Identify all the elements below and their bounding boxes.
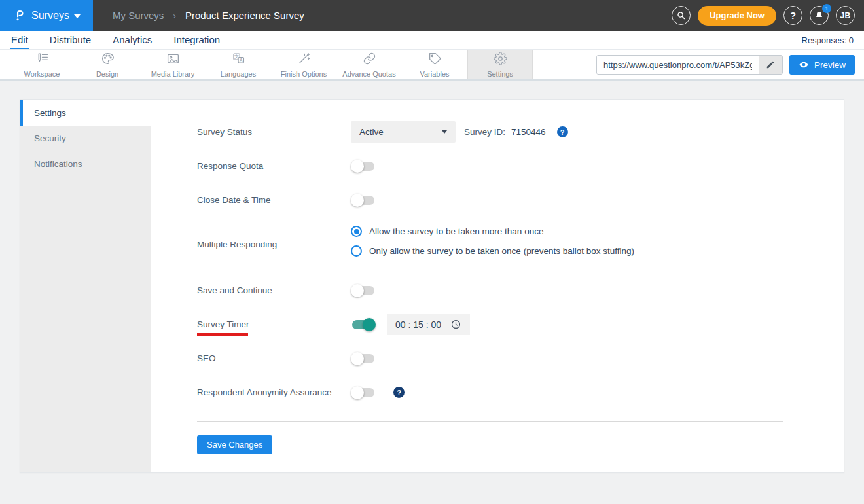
survey-id-label: Survey ID: [464,127,505,137]
survey-id-help-icon[interactable]: ? [557,126,568,137]
radio-option-once-only[interactable]: Only allow the survey to be taken once (… [351,245,634,257]
survey-status-dropdown[interactable]: Active [351,121,456,143]
upgrade-now-button[interactable]: Upgrade Now [698,6,776,26]
edit-toolbar: Workspace Design Media Library 文A Langua… [0,50,864,81]
settings-sidebar: Settings Security Notifications [20,100,151,472]
settings-page: Settings Security Notifications Survey S… [0,81,864,473]
survey-timer-label-text: Survey Timer [197,319,249,329]
survey-url-group [596,55,783,75]
gear-icon [494,52,507,68]
account-menu-button[interactable]: JB [836,6,855,25]
responses-count[interactable]: Responses: 0 [802,35,854,45]
settings-form: Survey Status Active Survey ID: 7150446 … [151,100,844,472]
workspace-icon [35,52,49,68]
survey-status-value: Active [359,127,384,137]
toolbar-right-group: Preview [596,55,855,75]
preview-label: Preview [814,60,846,70]
toolbar-label: Variables [420,70,449,78]
seo-row: SEO [197,348,844,369]
toolbar-label: Advance Quotas [342,70,395,78]
seo-toggle[interactable] [351,352,376,365]
breadcrumb-my-surveys[interactable]: My Surveys [113,10,164,21]
sidebar-item-settings[interactable]: Settings [20,100,151,126]
respondent-anonymity-label: Respondent Anonymity Assurance [197,387,351,397]
toggle-knob [351,160,364,173]
questionpro-logo-icon [12,9,27,23]
preview-button[interactable]: Preview [789,55,855,75]
radio-option-multiple-allowed[interactable]: Allow the survey to be taken more than o… [351,226,634,237]
toggle-knob [351,386,364,399]
breadcrumb-separator: › [173,10,176,21]
anonymity-help-icon[interactable]: ? [393,387,405,398]
product-switcher[interactable]: Surveys [0,0,93,31]
sidebar-item-security[interactable]: Security [20,126,151,151]
survey-nav-tabs: Edit Distribute Analytics Integration Re… [0,31,864,50]
toolbar-item-advance-quotas[interactable]: Advance Quotas [336,50,402,79]
close-date-time-row: Close Date & Time [197,189,844,211]
radio-label: Only allow the survey to be taken once (… [369,246,634,256]
toggle-knob [351,194,364,207]
image-icon [166,52,180,68]
save-changes-button[interactable]: Save Changes [197,435,272,454]
radio-button[interactable] [351,245,362,257]
survey-timer-value: 00 : 15 : 00 [395,319,441,330]
pencil-icon [766,60,775,69]
toolbar-item-media-library[interactable]: Media Library [140,50,206,79]
survey-timer-toggle[interactable] [351,318,376,331]
survey-url-input[interactable] [597,56,759,74]
svg-text:A: A [239,58,242,62]
tab-distribute[interactable]: Distribute [49,31,92,49]
toolbar-item-variables[interactable]: Variables [402,50,467,79]
sidebar-item-notifications[interactable]: Notifications [20,151,151,177]
toolbar-label: Workspace [24,70,60,78]
breadcrumb: My Surveys › Product Experience Survey [113,10,304,21]
clock-icon [450,319,461,330]
toolbar-item-workspace[interactable]: Workspace [9,50,75,79]
response-quota-label: Response Quota [197,161,351,171]
wand-icon [297,52,311,68]
form-divider [197,421,783,422]
response-quota-row: Response Quota [197,155,844,177]
save-and-continue-toggle[interactable] [351,284,376,297]
close-date-time-toggle[interactable] [351,194,376,207]
search-button[interactable] [672,6,691,25]
save-and-continue-row: Save and Continue [197,279,844,301]
survey-timer-row: Survey Timer 00 : 15 : 00 [197,314,844,335]
multiple-responding-row: Multiple Responding Allow the survey to … [197,223,844,262]
chevron-down-icon [74,14,81,18]
response-quota-toggle[interactable] [351,160,376,173]
search-icon [676,10,686,20]
toolbar-item-design[interactable]: Design [75,50,140,79]
chain-link-icon [363,52,376,68]
help-button[interactable]: ? [783,6,802,25]
product-name: Surveys [31,10,69,22]
chevron-down-icon [442,130,447,134]
radio-button[interactable] [351,226,362,237]
toolbar-label: Design [96,70,118,78]
breadcrumb-current-survey: Product Experience Survey [185,10,304,21]
save-and-continue-label: Save and Continue [197,285,351,295]
survey-id-value: 7150446 [511,127,546,137]
tag-icon [428,52,442,68]
notifications-button[interactable]: 1 [810,6,829,25]
header-actions: Upgrade Now ? 1 JB [672,0,855,31]
translate-icon: 文A [232,52,245,68]
toolbar-item-settings[interactable]: Settings [467,50,533,79]
toolbar-item-languages[interactable]: 文A Languages [206,50,271,79]
toolbar-item-finish-options[interactable]: Finish Options [271,50,336,79]
toolbar-label: Settings [487,70,513,78]
respondent-anonymity-toggle[interactable] [351,386,376,399]
survey-status-row: Survey Status Active Survey ID: 7150446 … [197,121,844,143]
red-highlight-underline [197,333,248,336]
palette-icon [101,52,115,68]
multiple-responding-options: Allow the survey to be taken more than o… [351,223,634,262]
edit-url-button[interactable] [759,56,782,74]
tab-analytics[interactable]: Analytics [112,31,153,49]
toolbar-label: Finish Options [281,70,327,78]
tab-edit[interactable]: Edit [10,31,29,49]
survey-timer-duration-field[interactable]: 00 : 15 : 00 [387,314,470,335]
seo-label: SEO [197,353,351,363]
toggle-knob [351,284,364,297]
tab-integration[interactable]: Integration [173,31,221,49]
toggle-knob [363,318,376,331]
